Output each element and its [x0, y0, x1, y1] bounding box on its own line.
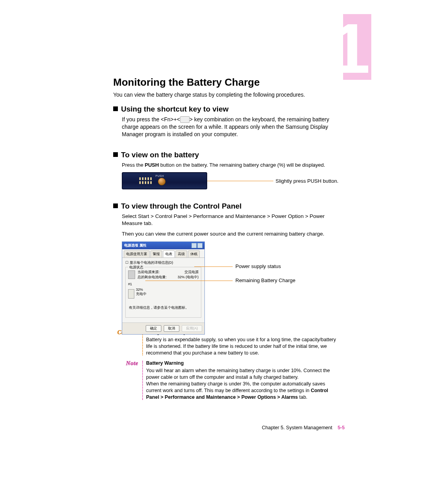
text-fragment: button on the battery. The remaining bat… — [159, 162, 325, 168]
battery-percent: 32% — [136, 288, 146, 292]
leader-label-remaining: Remaining Battery Charge — [235, 277, 295, 283]
leader-label-push: Slightly press PUSH button. — [276, 178, 338, 184]
cancel-button: 取消 — [164, 325, 179, 332]
power-status-values: 交流电源 32% (电电中) — [177, 270, 199, 280]
status-value: 32% (电电中) — [177, 275, 199, 280]
battery-row-num: #1 — [128, 282, 199, 286]
help-icon — [192, 243, 197, 248]
battery-status-text: 32% 充电中 — [136, 288, 146, 297]
window-title-text: 电源选项 属性 — [124, 243, 146, 248]
text-fragment: When the remaining battery charge is und… — [146, 381, 325, 393]
note-label: Note — [113, 360, 142, 400]
tab-item: 电源使用方案 — [124, 250, 150, 257]
bullet-square-icon — [113, 152, 118, 157]
battery-indicator-leds: ▮▮▮▮▮▮▮▮▮▮ — [139, 177, 153, 185]
status-line: 当前电源来源: — [137, 270, 175, 275]
tab-item: 高级 — [175, 250, 187, 257]
window-tabs: 电源使用方案 警报 电表 高级 休眠 — [122, 249, 204, 258]
text-bold: PUSH — [145, 162, 159, 168]
section-heading-shortcut: Using the shortcut key to view — [113, 105, 338, 113]
power-options-window: 电源选项 属性 电源使用方案 警报 电表 高级 休眠 ☐ 显示每个电池的详细信息… — [122, 241, 205, 335]
section-heading-control-panel: To view through the Control Panel — [113, 202, 338, 211]
power-source-row: 当前电源来源: 总的剩余电池电量: 交流电源 32% (电电中) — [128, 270, 199, 280]
window-titlebar: 电源选项 属性 — [122, 242, 204, 249]
leader-line — [145, 281, 233, 281]
hint-text: 有关详细信息，请参击某个电池图标。 — [129, 306, 199, 310]
checkbox-label: 显示每个电池的详细信息(D) — [130, 261, 174, 265]
section-body-cp-desc: Then you can view the current power sour… — [122, 230, 338, 238]
text-fragment: Press the — [122, 162, 145, 168]
window-button-row: 确定 取消 应用(A) — [122, 322, 204, 334]
section-body-shortcut: If you press the <Fn>+<> key combination… — [122, 116, 338, 138]
note-title: Battery Warning — [146, 360, 338, 367]
note-text-1: You will hear an alarm when the remainin… — [146, 367, 338, 381]
battery-illustration: ▮▮▮▮▮▮▮▮▮▮ PUSH — [122, 172, 207, 189]
leader-line — [194, 266, 233, 267]
power-status-group: 电源状态 当前电源来源: 总的剩余电池电量: 交流电源 32% (电电中) #1 — [125, 267, 201, 318]
ok-button: 确定 — [146, 325, 161, 332]
status-line: 总的剩余电池电量: — [137, 275, 175, 280]
intro-text: You can view the battery charge status b… — [113, 92, 338, 98]
text-fragment: If you press the <Fn>+< — [122, 116, 180, 122]
section-body-cp-path: Select Start > Control Panel > Performan… — [122, 213, 338, 227]
status-value: 交流电源 — [177, 270, 199, 275]
battery-figure-row: ▮▮▮▮▮▮▮▮▮▮ PUSH Slightly press PUSH butt… — [122, 172, 338, 189]
fn-key-icon — [180, 116, 190, 123]
tab-item-active: 电表 — [163, 250, 175, 257]
push-button-icon — [158, 178, 166, 185]
power-status-text: 当前电源来源: 总的剩余电池电量: — [137, 270, 175, 280]
push-label-text: PUSH — [155, 175, 164, 177]
chapter-big-digit: 1 — [331, 13, 367, 84]
tab-item: 休眠 — [188, 250, 200, 257]
note-text-2: When the remaining battery charge is und… — [146, 381, 338, 401]
page-footer: Chapter 5. System Management 5-5 — [262, 425, 345, 430]
tab-item: 警报 — [150, 250, 162, 257]
text-fragment: tab. — [298, 394, 307, 400]
footer-chapter: Chapter 5. System Management — [262, 425, 332, 430]
close-icon — [197, 243, 202, 248]
page-title: Monitoring the Battery Charge — [113, 76, 338, 88]
plug-icon — [128, 270, 135, 279]
footer-page-number: 5-5 — [338, 425, 345, 430]
leader-line — [207, 181, 273, 181]
bullet-square-icon — [113, 203, 118, 208]
section-heading-text: To view through the Control Panel — [121, 202, 242, 210]
section-heading-battery: To view on the battery — [113, 151, 338, 159]
dotted-separator — [142, 361, 143, 400]
bullet-square-icon — [113, 106, 118, 111]
battery-icon — [128, 289, 134, 299]
battery-status-row: 32% 充电中 — [128, 286, 199, 299]
control-panel-figure: 电源选项 属性 电源使用方案 警报 电表 高级 休眠 ☐ 显示每个电池的详细信息… — [122, 241, 338, 326]
apply-button: 应用(A) — [182, 325, 202, 332]
caution-text: Battery is an expendable supply, so when… — [146, 337, 338, 356]
page-content: Monitoring the Battery Charge You can vi… — [113, 76, 338, 403]
note-block: Note Battery Warning You will hear an al… — [113, 360, 338, 400]
leader-label-power-supply: Power supply status — [235, 263, 281, 269]
window-buttons — [192, 243, 202, 248]
section-heading-text: To view on the battery — [121, 151, 199, 159]
section-heading-text: Using the shortcut key to view — [121, 105, 229, 113]
window-body: ☐ 显示每个电池的详细信息(D) 电源状态 当前电源来源: 总的剩余电池电量: … — [122, 258, 204, 322]
group-label: 电源状态 — [128, 265, 145, 270]
battery-state: 充电中 — [136, 292, 146, 297]
note-body: Battery Warning You will hear an alarm w… — [146, 360, 338, 400]
section-body-battery: Press the PUSH button on the battery. Th… — [122, 162, 338, 169]
